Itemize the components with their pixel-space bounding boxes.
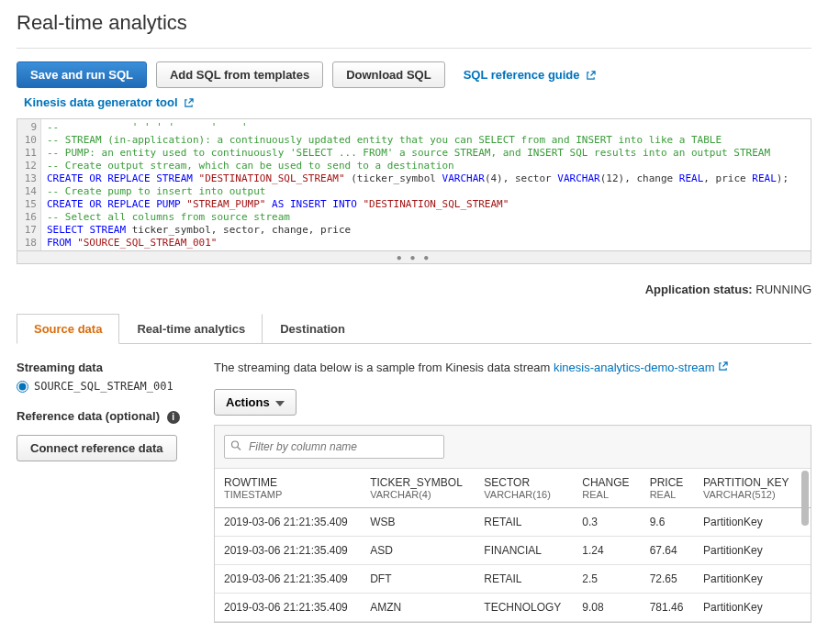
cell: WSB [361,508,475,537]
cell: 2019-03-06 21:21:35.409 [215,594,361,622]
cell: 2019-03-06 21:21:35.409 [215,508,361,537]
resize-handle[interactable]: ● ● ● [17,251,811,264]
sample-data-table: ROWTIMETIMESTAMPTICKER_SYMBOLVARCHAR(4)S… [215,469,811,622]
external-link-icon [181,95,194,109]
cell: 781.46 [641,594,694,622]
stream-radio-row[interactable]: SOURCE_SQL_STREAM_001 [17,380,196,393]
cell: RETAIL [475,565,573,594]
cell: FINANCIAL [475,537,573,565]
scrollbar-thumb[interactable] [801,471,809,526]
add-sql-templates-button[interactable]: Add SQL from templates [156,61,323,88]
link-label: Kinesis data generator tool [24,95,178,109]
desc-text: The streaming data below is a sample fro… [214,361,554,374]
sample-description: The streaming data below is a sample fro… [214,361,811,374]
reference-data-label: Reference data (optional) [17,409,160,423]
column-rowtime[interactable]: ROWTIMETIMESTAMP [215,469,361,508]
cell: 9.08 [573,594,640,622]
svg-point-0 [232,441,239,448]
cell: PartitionKey [694,565,801,594]
column-price[interactable]: PRICEREAL [641,469,694,508]
cell: 495 [801,537,811,565]
cell: ASD [361,537,475,565]
save-run-sql-button[interactable]: Save and run SQL [17,61,147,88]
link-label: SQL reference guide [464,68,580,82]
sql-reference-guide-link[interactable]: SQL reference guide [464,68,597,82]
toolbar: Save and run SQL Add SQL from templates … [17,61,811,88]
line-gutter: 9101112131415161718192021 [17,119,41,250]
demo-stream-link[interactable]: kinesis-analytics-demo-stream [554,361,728,374]
sql-editor[interactable]: 9101112131415161718192021 -- ' ' ' ' ' '… [17,118,811,251]
table-row[interactable]: 2019-03-06 21:21:35.409WSBRETAIL0.39.6Pa… [215,508,811,537]
cell: 2019-03-06 21:21:35.409 [215,537,361,565]
status-label: Application status: [645,283,753,296]
column-sector[interactable]: SECTORVARCHAR(16) [475,469,573,508]
table-row[interactable]: 2019-03-06 21:21:35.409DFTRETAIL2.572.65… [215,565,811,594]
table-scroll[interactable]: ROWTIMETIMESTAMPTICKER_SYMBOLVARCHAR(4)S… [215,469,811,622]
reference-data-heading: Reference data (optional) i [17,409,196,424]
link-label: kinesis-analytics-demo-stream [554,361,715,374]
cell: 1.24 [573,537,640,565]
kinesis-data-generator-link[interactable]: Kinesis data generator tool [24,95,194,109]
external-link-icon [718,361,728,374]
streaming-data-heading: Streaming data [17,361,196,374]
info-icon[interactable]: i [167,411,180,424]
cell: DFT [361,565,475,594]
column-change[interactable]: CHANGEREAL [573,469,640,508]
cell: RETAIL [475,508,573,537]
tab-bar: Source dataReal-time analyticsDestinatio… [17,313,811,344]
actions-dropdown[interactable]: Actions [214,389,297,416]
tab-destination[interactable]: Destination [263,314,363,344]
table-row[interactable]: 2019-03-06 21:21:35.409ASDFINANCIAL1.246… [215,537,811,565]
table-row[interactable]: 2019-03-06 21:21:35.409AMZNTECHNOLOGY9.0… [215,594,811,622]
cell: TECHNOLOGY [475,594,573,622]
stream-name: SOURCE_SQL_STREAM_001 [34,380,173,393]
cell: PartitionKey [694,594,801,622]
cell: 67.64 [641,537,694,565]
cell: 0.3 [573,508,640,537]
connect-reference-data-button[interactable]: Connect reference data [17,435,177,461]
cell: AMZN [361,594,475,622]
tab-source-data[interactable]: Source data [17,314,119,344]
cell: PartitionKey [694,537,801,565]
column-partition_key[interactable]: PARTITION_KEYVARCHAR(512) [694,469,801,508]
data-panel: ROWTIMETIMESTAMPTICKER_SYMBOLVARCHAR(4)S… [214,425,811,623]
status-value: RUNNING [755,283,811,296]
download-sql-button[interactable]: Download SQL [332,61,444,88]
svg-line-1 [238,448,241,450]
actions-label: Actions [226,395,270,409]
cell: 495 [801,565,811,594]
stream-radio[interactable] [17,381,28,393]
page-title: Real-time analytics [17,4,811,48]
search-icon [230,440,241,454]
cell: 2019-03-06 21:21:35.409 [215,565,361,594]
cell: 2.5 [573,565,640,594]
app-status: Application status: RUNNING [17,283,811,296]
cell: 72.65 [641,565,694,594]
divider [17,48,811,49]
code-area[interactable]: -- ' ' ' ' ' '-- STREAM (in-application)… [41,119,811,250]
column-ticker_symbol[interactable]: TICKER_SYMBOLVARCHAR(4) [361,469,475,508]
chevron-down-icon [275,395,285,409]
cell: 495 [801,594,811,622]
tab-real-time-analytics[interactable]: Real-time analytics [119,314,263,344]
cell: 9.6 [641,508,694,537]
external-link-icon [583,68,596,82]
column-filter-input[interactable] [224,435,444,459]
cell: PartitionKey [694,508,801,537]
